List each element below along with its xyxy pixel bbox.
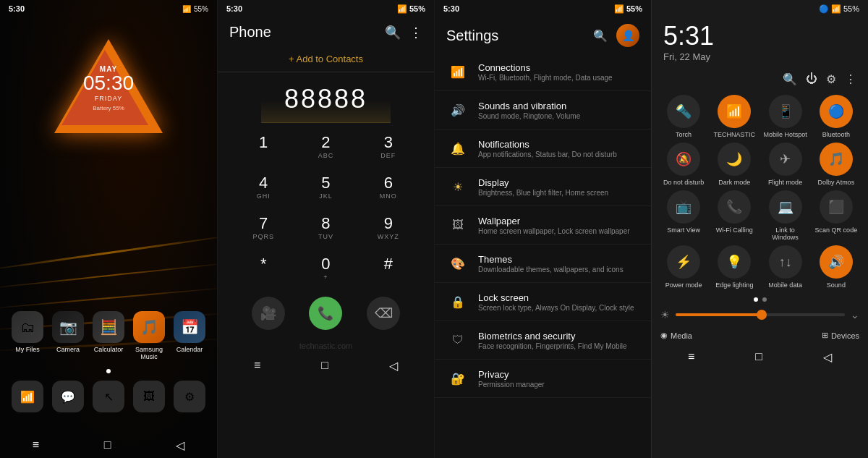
themes-name: Themes xyxy=(478,254,639,265)
key-1[interactable]: 1 xyxy=(232,126,294,166)
calendar-icon[interactable]: 📅 xyxy=(174,311,205,343)
app-calendar[interactable]: 📅 Calendar xyxy=(174,311,205,360)
key-8[interactable]: 8 TUV xyxy=(294,207,357,247)
qs-tile-dolby[interactable]: 🎵 Dolby Atmos xyxy=(813,143,859,186)
settings-item-biometrics[interactable]: 🛡 Biometrics and security Face recogniti… xyxy=(435,321,651,360)
app-calculator[interactable]: 🧮 Calculator xyxy=(93,311,124,360)
linkwindows-label: Link to Windows xyxy=(762,226,809,241)
key-2[interactable]: 2 ABC xyxy=(294,126,357,166)
phone-search-icon[interactable]: 🔍 xyxy=(385,25,401,41)
key-3[interactable]: 3 DEF xyxy=(357,126,420,166)
key-7-alpha: PQRS xyxy=(252,233,274,240)
music-icon[interactable]: 🎵 xyxy=(133,311,165,343)
qs-tile-bluetooth[interactable]: 🔵 Bluetooth xyxy=(813,95,859,138)
home-nav-back[interactable]: ◁ xyxy=(176,438,184,452)
qs-search-icon[interactable]: 🔍 xyxy=(783,72,797,86)
qs-tile-wificalling[interactable]: 📞 Wi-Fi Calling xyxy=(711,190,757,241)
video-call-button[interactable]: 🎥 xyxy=(252,297,285,330)
key-5[interactable]: 5 JKL xyxy=(294,166,357,207)
qs-tile-edgelight[interactable]: 💡 Edge lighting xyxy=(711,245,757,289)
settings-avatar[interactable]: 👤 xyxy=(616,24,639,47)
qs-nav-home[interactable]: □ xyxy=(755,350,762,364)
app-camera[interactable]: 📷 Camera xyxy=(52,311,84,360)
settings-home-icon[interactable]: ⚙ xyxy=(174,381,205,412)
key-star[interactable]: * xyxy=(232,247,294,288)
settings-item-display[interactable]: ☀ Display Brightness, Blue light filter,… xyxy=(435,168,651,206)
qs-nav-menu[interactable]: ≡ xyxy=(688,350,694,364)
qs-tile-torch[interactable]: 🔦 Torch xyxy=(660,95,707,138)
settings-item-sounds[interactable]: 🔊 Sounds and vibration Sound mode, Ringt… xyxy=(435,91,651,130)
camera-icon[interactable]: 📷 xyxy=(52,311,84,343)
qs-power-icon[interactable]: ⏻ xyxy=(806,72,817,86)
delete-button[interactable]: ⌫ xyxy=(367,297,400,330)
app-chat[interactable]: 💬 xyxy=(52,381,84,412)
brightness-bar[interactable] xyxy=(676,313,845,316)
settings-item-notifications[interactable]: 🔔 Notifications App notifications, Statu… xyxy=(435,130,651,168)
myfiles-icon[interactable]: 🗂 xyxy=(12,311,43,343)
brightness-thumb[interactable] xyxy=(757,310,767,320)
qs-tile-technastic[interactable]: 📶 TECHNASTIC xyxy=(711,95,757,138)
sound-label: Sound xyxy=(827,281,846,289)
brightness-expand-icon[interactable]: ⌄ xyxy=(851,309,859,321)
dialer-actions: 🎥 📞 ⌫ xyxy=(218,288,434,339)
calculator-icon[interactable]: 🧮 xyxy=(93,311,124,343)
qs-tile-powermode[interactable]: ⚡ Power mode xyxy=(660,245,707,289)
display-desc: Brightness, Blue light filter, Home scre… xyxy=(478,189,639,197)
app-cursor[interactable]: ↖ xyxy=(93,381,124,412)
qs-tile-hotspot[interactable]: 📱 Mobile Hotspot xyxy=(762,95,809,138)
app-myfiles[interactable]: 🗂 My Files xyxy=(12,311,43,360)
qs-tile-sound[interactable]: 🔊 Sound xyxy=(813,245,859,289)
phone-nav-home[interactable]: □ xyxy=(321,359,328,373)
qs-tiles-grid: 🔦 Torch 📶 TECHNASTIC 📱 Mobile Hotspot 🔵 … xyxy=(652,89,868,294)
chat-icon[interactable]: 💬 xyxy=(52,381,84,412)
qs-tile-qr[interactable]: ⬛ Scan QR code xyxy=(813,190,859,241)
clock-weekday: FRIDAY xyxy=(83,95,134,102)
key-7[interactable]: 7 PQRS xyxy=(232,207,294,247)
linkwindows-icon: 💻 xyxy=(769,190,802,224)
key-0[interactable]: 0 + xyxy=(294,247,357,288)
home-dock: 🗂 My Files 📷 Camera 🧮 Calculator 🎵 Samsu… xyxy=(0,311,217,418)
add-to-contacts[interactable]: + Add to Contacts xyxy=(218,46,434,72)
app-music[interactable]: 🎵 SamsungMusic xyxy=(133,311,165,360)
key-4[interactable]: 4 GHI xyxy=(232,166,294,207)
gallery-icon[interactable]: 🖼 xyxy=(133,381,165,412)
home-status-bar: 5:30 📶 55% xyxy=(0,0,217,17)
qs-more-icon[interactable]: ⋮ xyxy=(845,72,856,86)
settings-status-bar: 5:30 📶 55% xyxy=(435,0,651,18)
home-nav-menu[interactable]: ≡ xyxy=(33,438,39,452)
app-gallery[interactable]: 🖼 xyxy=(133,381,165,412)
qs-media-button[interactable]: ◉ Media xyxy=(660,331,692,340)
wifi-tile-icon[interactable]: 📶 xyxy=(12,381,43,412)
settings-item-themes[interactable]: 🎨 Themes Downloadable themes, wallpapers… xyxy=(435,245,651,283)
qs-tile-smartview[interactable]: 📺 Smart View xyxy=(660,190,707,241)
app-settings-home[interactable]: ⚙ xyxy=(174,381,205,412)
key-2-num: 2 xyxy=(321,133,330,152)
phone-nav-back[interactable]: ◁ xyxy=(389,359,398,373)
call-button[interactable]: 📞 xyxy=(309,297,342,330)
themes-desc: Downloadable themes, wallpapers, and ico… xyxy=(478,266,639,273)
settings-item-connections[interactable]: 📶 Connections Wi-Fi, Bluetooth, Flight m… xyxy=(435,53,651,91)
phone-more-icon[interactable]: ⋮ xyxy=(409,25,422,41)
qs-devices-button[interactable]: ⊞ Devices xyxy=(822,331,859,340)
settings-item-lockscreen[interactable]: 🔒 Lock screen Screen lock type, Always O… xyxy=(435,283,651,321)
home-nav-home[interactable]: □ xyxy=(104,438,111,452)
qs-nav-back[interactable]: ◁ xyxy=(823,350,832,364)
settings-search-icon[interactable]: 🔍 xyxy=(593,29,608,43)
qs-battery: 55% xyxy=(843,4,859,13)
settings-item-privacy[interactable]: 🔐 Privacy Permission manager xyxy=(435,360,651,398)
qs-tile-mobiledata[interactable]: ↑↓ Mobile data xyxy=(762,245,809,289)
qs-tile-flightmode[interactable]: ✈ Flight mode xyxy=(762,143,809,186)
settings-item-wallpaper[interactable]: 🖼 Wallpaper Home screen wallpaper, Lock … xyxy=(435,206,651,245)
qs-tile-darkmode[interactable]: 🌙 Dark mode xyxy=(711,143,757,186)
qs-settings-icon[interactable]: ⚙ xyxy=(826,72,836,86)
phone-header-icons: 🔍 ⋮ xyxy=(385,25,422,41)
qs-tile-dnd[interactable]: 🔕 Do not disturb xyxy=(660,143,707,186)
phone-nav-menu[interactable]: ≡ xyxy=(254,359,260,373)
key-hash[interactable]: # xyxy=(357,247,420,288)
key-1-num: 1 xyxy=(259,133,268,152)
app-wifi-tile[interactable]: 📶 xyxy=(12,381,43,412)
qs-tile-linkwindows[interactable]: 💻 Link to Windows xyxy=(762,190,809,241)
cursor-icon[interactable]: ↖ xyxy=(93,381,124,412)
key-9[interactable]: 9 WXYZ xyxy=(357,207,420,247)
key-6[interactable]: 6 MNO xyxy=(357,166,420,207)
